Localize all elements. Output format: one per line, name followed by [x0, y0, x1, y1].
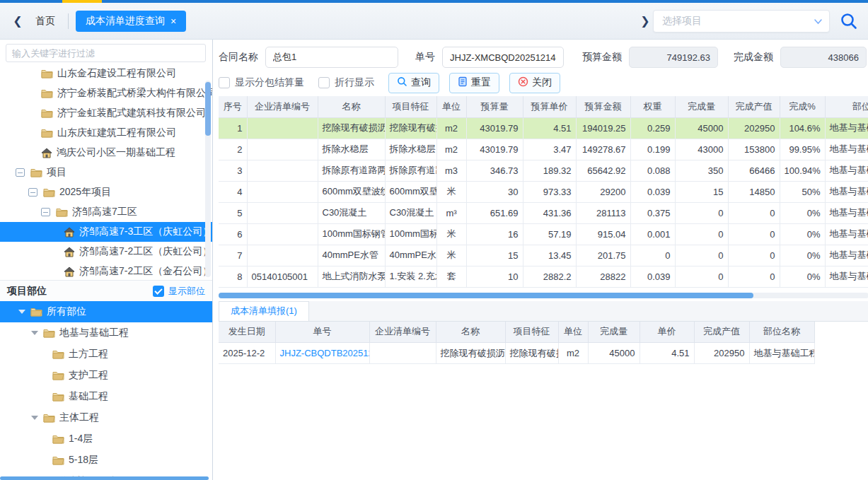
table-row[interactable]: 805140105001地上式消防水泵接1.安装 2.充水套102882.228… [219, 266, 868, 287]
tree-item[interactable]: 济宁金桥装配式桥梁大构件有限公司 [0, 83, 212, 103]
caret-down-icon[interactable] [31, 416, 38, 420]
table-cell: 43000 [675, 139, 728, 160]
table-cell: 0 [630, 245, 675, 266]
tab-home[interactable]: 首页 [25, 15, 68, 28]
table-row[interactable]: 1挖除现有破损沥青挖除现有破损m243019.794.51194019.250.… [219, 117, 868, 139]
table-cell: 45000 [675, 117, 728, 139]
tree-scrollbar-thumb[interactable] [205, 82, 211, 136]
column-header[interactable]: 发生日期 [219, 322, 275, 343]
column-header[interactable]: 预算单价 [523, 96, 576, 117]
wrap-display-checkbox[interactable] [318, 77, 330, 88]
column-header[interactable]: 完成产值 [694, 322, 749, 343]
column-header[interactable]: 完成量 [588, 322, 640, 343]
table-row[interactable]: 4600mm双壁波纹管600mm双壁波米30973.33292000.03915… [219, 181, 868, 202]
table-cell: 600mm双壁波纹管 [318, 181, 385, 202]
column-header[interactable]: 完成% [780, 96, 825, 117]
tree-item[interactable]: 土方工程 [0, 344, 212, 365]
column-header[interactable]: 项目特征 [385, 96, 436, 117]
tab-cost-list-progress[interactable]: 成本清单进度查询 × [76, 11, 186, 32]
tree-item[interactable]: 地基与基础工程 [0, 322, 212, 344]
table-row[interactable]: 2拆除水稳层拆除水稳层m243019.793.47149278.670.1994… [219, 139, 868, 160]
table-scrollbar-thumb[interactable] [219, 293, 753, 298]
tree-item[interactable]: 山东庆虹建筑工程有限公司 [0, 123, 212, 143]
tree-item[interactable]: 基础工程 [0, 386, 212, 407]
column-header[interactable]: 部位名称 [825, 96, 868, 117]
tree-item[interactable]: 1-4层 [0, 428, 212, 450]
project-select[interactable]: 选择项目 [653, 10, 830, 33]
column-header[interactable]: 项目特征 [505, 322, 558, 343]
contract-name-input[interactable] [265, 47, 398, 68]
table-cell: 43019.79 [466, 117, 523, 139]
table-cell: 346.73 [466, 160, 523, 181]
table-cell: 0 [675, 202, 728, 223]
expander-icon[interactable] [28, 188, 37, 197]
wrap-display-checkbox-group[interactable]: 折行显示 [318, 76, 374, 89]
expander-icon[interactable] [16, 168, 25, 177]
column-header[interactable]: 单位 [558, 322, 588, 343]
show-subcontract-checkbox[interactable] [219, 77, 230, 88]
tree-vertical-scrollbar [205, 81, 211, 277]
tree-filter-input[interactable] [6, 44, 206, 62]
column-header[interactable]: 单位 [436, 96, 466, 117]
tree-item[interactable]: 2025年项目 [0, 182, 212, 202]
column-header[interactable]: 企业清单编号 [247, 96, 318, 117]
tree-item[interactable]: 鸿庆公司小区一期基础工程 [0, 143, 212, 163]
column-header[interactable]: 完成产值 [728, 96, 780, 117]
show-parts-checkbox[interactable] [153, 286, 164, 297]
column-header[interactable]: 企业清单编号 [369, 322, 436, 343]
tab-cost-fill-report[interactable]: 成本清单填报(1) [219, 301, 309, 321]
column-header[interactable]: 名称 [436, 322, 505, 343]
tree-item[interactable]: 支护工程 [0, 365, 212, 386]
project-parts-header: 项目部位 显示部位 [0, 280, 212, 301]
column-header[interactable]: 预算量 [466, 96, 523, 117]
table-cell: 0.088 [630, 160, 675, 181]
table-row[interactable]: 2025-12-2JHJZ-CBQDTB202512挖除现有破损沥青挖除现有破损… [219, 343, 814, 364]
column-header[interactable]: 部位名称 [749, 322, 814, 343]
tree-item[interactable]: 济宁金虹装配式建筑科技有限公司 [0, 103, 212, 123]
table-cell: 地上式消防水泵接 [318, 266, 385, 287]
table-cell: 地基与基础工程 [825, 223, 868, 245]
tree-item[interactable]: 主体工程 [0, 407, 212, 428]
chevron-down-icon[interactable] [814, 17, 823, 28]
forward-chevron-icon[interactable]: ❯ [637, 14, 653, 28]
table-cell: 14850 [728, 181, 780, 202]
back-chevron-icon[interactable]: ❮ [10, 14, 25, 28]
search-icon[interactable] [840, 12, 858, 30]
column-header[interactable]: 预算金额 [576, 96, 630, 117]
tree-item[interactable]: 济邹高速7-3工区（庆虹公司） [0, 222, 212, 242]
table-row[interactable]: 5C30混凝土C30混凝土m³651.69431.362811130.37500… [219, 202, 868, 223]
column-header[interactable]: 名称 [318, 96, 385, 117]
close-button[interactable]: 关闭 [509, 73, 560, 93]
tree-item[interactable]: 济邹高速7工区 [0, 202, 212, 222]
show-subcontract-checkbox-group[interactable]: 显示分包结算量 [219, 76, 304, 89]
project-tree: 山东金石建设工程有限公司济宁金桥装配式桥梁大构件有限公司济宁金虹装配式建筑科技有… [0, 64, 212, 280]
tree-item[interactable]: 项目 [0, 163, 212, 182]
table-cell: 45000 [588, 343, 640, 364]
tree-item[interactable]: 济邹高速7-2工区（庆虹公司） [0, 242, 212, 262]
column-header[interactable]: 单价 [640, 322, 694, 343]
expander-icon[interactable] [41, 208, 50, 216]
column-header[interactable]: 序号 [219, 96, 247, 117]
table-row[interactable]: 3拆除原有道路两侧拆除原有道路m3346.73189.3265642.920.0… [219, 160, 868, 181]
doc-no-link[interactable]: JHJZ-CBQDTB202512 [275, 343, 369, 364]
done-amount-label: 完成金额 [734, 51, 773, 64]
column-header[interactable]: 权重 [630, 96, 675, 117]
query-button[interactable]: 查询 [388, 73, 439, 93]
tree-item[interactable]: 济邹高速7-2工区（金石公司） [0, 262, 212, 280]
tree-item[interactable]: 山东金石建设工程有限公司 [0, 64, 212, 83]
table-row[interactable]: 740mmPE水管40mmPE水管米1513.45201.750000%地基与基… [219, 245, 868, 266]
tree-item[interactable]: 5-18层 [0, 450, 212, 471]
caret-down-icon[interactable] [31, 331, 38, 335]
column-header[interactable]: 完成量 [675, 96, 728, 117]
tab-close-icon[interactable]: × [170, 16, 176, 27]
doc-no-input[interactable] [442, 47, 564, 68]
column-header[interactable]: 单号 [275, 322, 369, 343]
table-cell: 2882.2 [523, 266, 576, 287]
reset-button[interactable]: 重置 [449, 73, 499, 93]
sidebar-horizontal-scrollbar-thumb[interactable] [0, 476, 209, 480]
tree-item[interactable]: 所有部位 [0, 301, 212, 322]
caret-down-icon[interactable] [18, 310, 25, 314]
tree-item-label: 鸿庆公司小区一期基础工程 [57, 146, 175, 159]
table-row[interactable]: 6100mm国标钢管100mm国标钢米1657.19915.040.001000… [219, 223, 868, 245]
table-cell: 7 [219, 245, 247, 266]
